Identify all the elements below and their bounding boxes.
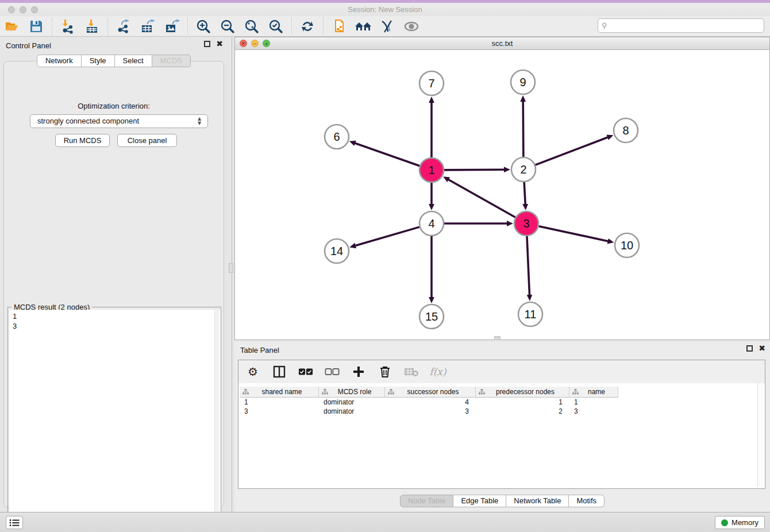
table-row-0[interactable]: 1dominator411 [240, 398, 757, 407]
cell-MCDS-role[interactable]: dominator [319, 407, 385, 416]
graph-node-label-14: 14 [330, 245, 343, 257]
graph-edge-3-11[interactable] [527, 236, 530, 295]
new-network-from-selection-icon[interactable] [330, 18, 348, 35]
toolbar-separator [323, 18, 324, 35]
delete-column-icon[interactable] [378, 364, 392, 379]
table-box: ⚙ f(x) [238, 360, 765, 489]
graph-edge-2-9[interactable] [523, 101, 523, 157]
table-row-1[interactable]: 3dominator323 [240, 407, 757, 416]
control-tab-mcds[interactable]: MCDS [152, 55, 191, 67]
float-panel-icon[interactable] [204, 41, 210, 47]
table-panel-title: Table Panel [240, 346, 279, 354]
graph-node-label-15: 15 [425, 310, 438, 323]
search-field-wrap: ⚲ [598, 18, 764, 33]
column-header-name[interactable]: name [569, 387, 618, 398]
table-tab-edge-table[interactable]: Edge Table [453, 495, 506, 507]
graph-edge-1-6[interactable] [355, 143, 419, 166]
settings-gear-icon[interactable]: ⚙ [245, 364, 260, 379]
mcds-result-group: MCDS result (2 nodes) 1 3 [7, 307, 221, 525]
result-scrollbar[interactable] [214, 310, 220, 524]
control-panel-tabs: NetworkStyleSelectMCDS [0, 55, 228, 67]
table-tab-motifs[interactable]: Motifs [569, 495, 605, 507]
unselect-all-checkboxes-icon[interactable] [325, 364, 340, 379]
close-panel-icon[interactable]: ✖ [216, 41, 223, 47]
cell-predecessor-nodes[interactable]: 1 [476, 398, 569, 407]
network-window-title: scc.txt [235, 39, 769, 48]
network-window-titlebar[interactable]: ✕ − + scc.txt [235, 37, 769, 50]
zoom-selected-icon[interactable] [267, 18, 284, 35]
optimization-criterion-select[interactable]: strongly connected component ▲▼ [30, 114, 208, 128]
graph-edge-2-8[interactable] [536, 137, 609, 165]
split-columns-icon[interactable] [272, 364, 287, 379]
export-image-icon[interactable] [163, 18, 180, 35]
import-network-icon[interactable] [59, 18, 76, 35]
table-header-row: shared nameMCDS rolesuccessor nodesprede… [240, 387, 757, 398]
network-view-window: ✕ − + scc.txt 7968124314101511 [234, 37, 770, 340]
column-header-successor-nodes[interactable]: successor nodes [385, 387, 476, 398]
table-tab-network-table[interactable]: Network Table [506, 495, 569, 507]
show-eye-icon[interactable] [403, 18, 420, 35]
run-mcds-button[interactable]: Run MCDS [55, 134, 110, 147]
main-toolbar: ⚲ [0, 16, 770, 37]
vertical-splitter [228, 37, 234, 512]
node-table: shared nameMCDS rolesuccessor nodesprede… [240, 387, 757, 416]
select-all-checkboxes-icon[interactable] [298, 364, 313, 379]
export-network-icon[interactable] [115, 18, 132, 35]
graph-node-label-10: 10 [621, 239, 633, 252]
graph-edge-3-1[interactable] [448, 179, 515, 217]
zoom-fit-icon[interactable] [243, 18, 260, 35]
export-table-icon[interactable] [139, 18, 156, 35]
table-scrollbar[interactable] [757, 383, 764, 487]
cell-successor-nodes[interactable]: 4 [385, 398, 476, 407]
toolbar-separator [187, 18, 188, 35]
cell-shared-name[interactable]: 3 [240, 407, 319, 416]
task-history-button[interactable] [6, 516, 23, 529]
cell-predecessor-nodes[interactable]: 2 [476, 407, 569, 416]
control-tab-network[interactable]: Network [37, 55, 82, 67]
control-tab-select[interactable]: Select [115, 55, 152, 67]
horizontal-splitter-handle[interactable] [494, 336, 500, 340]
cell-shared-name[interactable]: 1 [240, 398, 319, 407]
search-icon: ⚲ [602, 21, 607, 30]
column-header-MCDS-role[interactable]: MCDS role [319, 387, 385, 398]
control-tab-style[interactable]: Style [82, 55, 115, 67]
houses-icon[interactable] [355, 18, 372, 35]
cell-MCDS-role[interactable]: dominator [319, 398, 385, 407]
float-table-panel-icon[interactable] [746, 345, 753, 352]
graph-edge-1-2[interactable] [444, 169, 505, 170]
toolbar-separator [52, 18, 52, 35]
zoom-in-icon[interactable] [195, 18, 212, 35]
refresh-view-icon[interactable] [299, 18, 316, 35]
cell-name[interactable]: 3 [569, 407, 618, 416]
table-tab-node-table[interactable]: Node Table [400, 495, 454, 507]
hide-graphics-details-icon[interactable] [379, 18, 396, 35]
open-file-icon[interactable] [3, 18, 21, 35]
column-header-predecessor-nodes[interactable]: predecessor nodes [476, 387, 569, 398]
close-panel-button[interactable]: Close panel [117, 134, 177, 147]
search-input[interactable] [598, 18, 764, 33]
network-canvas[interactable]: 7968124314101511 [235, 50, 769, 340]
control-panel-title: Control Panel [6, 41, 51, 50]
memory-button[interactable]: Memory [715, 516, 765, 529]
import-table-icon[interactable] [83, 18, 101, 35]
optimization-criterion-value: strongly connected component [37, 117, 139, 125]
close-table-panel-icon[interactable]: ✖ [759, 345, 765, 352]
cell-successor-nodes[interactable]: 3 [385, 407, 476, 416]
graph-node-label-7: 7 [428, 77, 434, 90]
graph-node-label-8: 8 [622, 124, 629, 137]
graph-edge-2-3[interactable] [524, 182, 525, 205]
mcds-result-text[interactable]: 1 3 [9, 310, 221, 524]
cell-name[interactable]: 1 [569, 398, 618, 407]
splitter-handle[interactable] [229, 263, 233, 273]
column-header-shared-name[interactable]: shared name [240, 387, 319, 398]
zoom-out-icon[interactable] [219, 18, 236, 35]
save-session-icon[interactable] [28, 18, 45, 35]
mcds-panel: Optimization criterion: strongly connect… [3, 61, 224, 508]
graph-edge-4-14[interactable] [355, 227, 419, 246]
graph-node-label-4: 4 [428, 217, 434, 230]
graph-node-label-2: 2 [520, 163, 526, 176]
optimization-criterion-label: Optimization criterion: [4, 102, 224, 110]
add-column-icon[interactable] [351, 364, 366, 379]
select-stepper-icon: ▲▼ [196, 117, 203, 127]
graph-edge-3-10[interactable] [538, 226, 608, 241]
